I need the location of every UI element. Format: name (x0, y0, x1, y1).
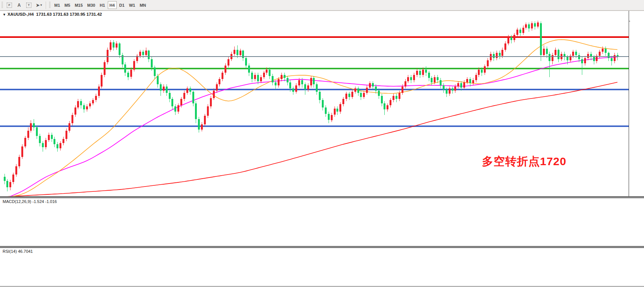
top-toolbar: F A T ➤ ▾ M1M5M15M30H1H4D1W1MN (0, 0, 644, 10)
timeframe-button-m15[interactable]: M15 (73, 1, 85, 9)
timeframe-button-m30[interactable]: M30 (85, 1, 97, 9)
time-axis[interactable] (0, 286, 644, 294)
timeframe-button-h1[interactable]: H1 (98, 1, 107, 9)
collapse-arrow-icon[interactable]: ▼ (3, 13, 6, 16)
rsi-name: RSI(14) (3, 249, 17, 254)
rsi-value: 46.7041 (18, 249, 33, 254)
macd-name: MACD(12,26,9) (3, 199, 31, 204)
main-chart-panel[interactable]: ▼XAUUSD-,H4 1731.63 1731.63 1730.95 1731… (0, 10, 644, 196)
timeframe-button-mn[interactable]: MN (138, 1, 148, 9)
timeframe-button-h4[interactable]: H4 (108, 1, 117, 9)
chart-symbol: XAUUSD-,H4 (7, 12, 34, 16)
text-label-button[interactable]: T (24, 1, 33, 9)
rsi-panel[interactable]: RSI(14) 46.7041 (0, 248, 644, 286)
rsi-svg[interactable] (0, 248, 644, 286)
toolbar-grip-2[interactable] (49, 2, 51, 9)
arrow-objects-icon: ➤ (36, 3, 40, 8)
arrow-objects-button[interactable]: ➤ ▾ (34, 1, 44, 9)
chart-title: ▼XAUUSD-,H4 1731.63 1731.63 1730.95 1731… (3, 12, 102, 16)
rsi-label: RSI(14) 46.7041 (3, 249, 33, 254)
toolbar-separator (46, 1, 46, 9)
timeframe-button-m5[interactable]: M5 (62, 1, 72, 9)
text-label-icon: T (26, 3, 31, 8)
dropdown-caret-icon: ▾ (40, 3, 42, 7)
timeframe-button-w1[interactable]: W1 (127, 1, 137, 9)
macd-label: MACD(12,26,9) -1.524 -1.016 (3, 199, 57, 204)
timeframe-button-m1[interactable]: M1 (52, 1, 62, 9)
chart-ohlc-quotes: 1731.63 1731.63 1730.95 1731.42 (36, 12, 102, 16)
fixed-grid-button[interactable]: F (5, 1, 14, 9)
timeframe-button-d1[interactable]: D1 (117, 1, 126, 9)
macd-panel[interactable]: MACD(12,26,9) -1.524 -1.016 (0, 198, 644, 246)
chart-text-annotation[interactable]: 多空转折点1720 (482, 154, 567, 169)
timeframe-group: M1M5M15M30H1H4D1W1MN (52, 1, 148, 9)
macd-values: -1.524 -1.016 (32, 199, 57, 204)
macd-svg[interactable] (0, 198, 644, 246)
font-a-icon: A (18, 3, 21, 8)
font-button[interactable]: A (15, 1, 24, 9)
fixed-grid-icon: F (7, 3, 12, 8)
toolbar-grip[interactable] (1, 2, 3, 9)
